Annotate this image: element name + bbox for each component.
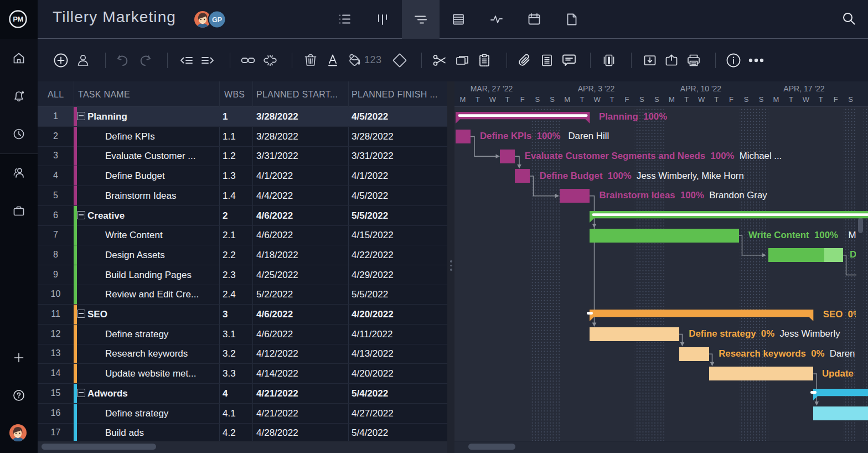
svg-text:GP: GP [212,16,222,24]
svg-text:PM: PM [13,15,23,23]
